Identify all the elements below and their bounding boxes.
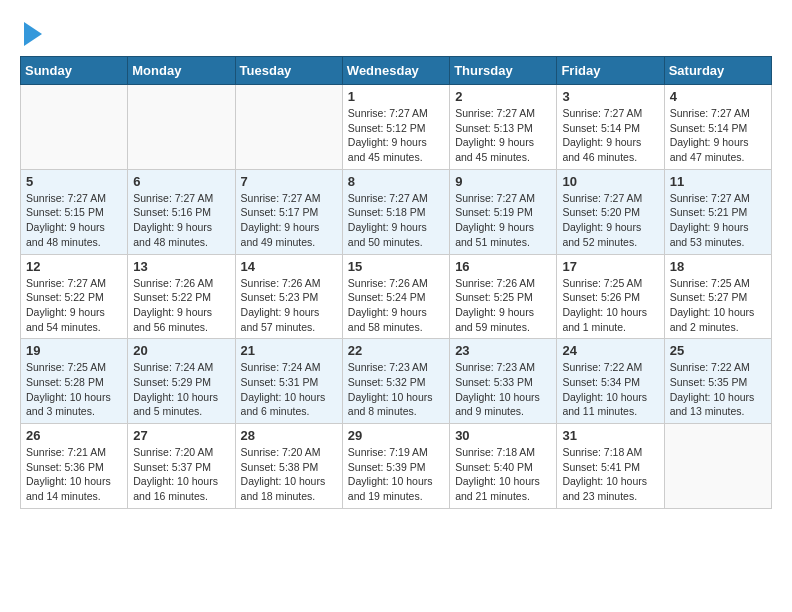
day-info: Sunrise: 7:19 AM Sunset: 5:39 PM Dayligh… bbox=[348, 445, 444, 504]
weekday-header-row: SundayMondayTuesdayWednesdayThursdayFrid… bbox=[21, 57, 772, 85]
day-number: 23 bbox=[455, 343, 551, 358]
calendar-cell: 30Sunrise: 7:18 AM Sunset: 5:40 PM Dayli… bbox=[450, 424, 557, 509]
day-info: Sunrise: 7:27 AM Sunset: 5:16 PM Dayligh… bbox=[133, 191, 229, 250]
week-row-2: 5Sunrise: 7:27 AM Sunset: 5:15 PM Daylig… bbox=[21, 169, 772, 254]
day-info: Sunrise: 7:22 AM Sunset: 5:34 PM Dayligh… bbox=[562, 360, 658, 419]
day-info: Sunrise: 7:27 AM Sunset: 5:12 PM Dayligh… bbox=[348, 106, 444, 165]
week-row-3: 12Sunrise: 7:27 AM Sunset: 5:22 PM Dayli… bbox=[21, 254, 772, 339]
calendar-cell: 24Sunrise: 7:22 AM Sunset: 5:34 PM Dayli… bbox=[557, 339, 664, 424]
day-number: 27 bbox=[133, 428, 229, 443]
day-info: Sunrise: 7:22 AM Sunset: 5:35 PM Dayligh… bbox=[670, 360, 766, 419]
day-number: 6 bbox=[133, 174, 229, 189]
calendar-cell: 19Sunrise: 7:25 AM Sunset: 5:28 PM Dayli… bbox=[21, 339, 128, 424]
day-info: Sunrise: 7:20 AM Sunset: 5:37 PM Dayligh… bbox=[133, 445, 229, 504]
day-info: Sunrise: 7:27 AM Sunset: 5:17 PM Dayligh… bbox=[241, 191, 337, 250]
day-info: Sunrise: 7:26 AM Sunset: 5:24 PM Dayligh… bbox=[348, 276, 444, 335]
calendar-cell: 12Sunrise: 7:27 AM Sunset: 5:22 PM Dayli… bbox=[21, 254, 128, 339]
day-info: Sunrise: 7:25 AM Sunset: 5:28 PM Dayligh… bbox=[26, 360, 122, 419]
calendar-cell: 23Sunrise: 7:23 AM Sunset: 5:33 PM Dayli… bbox=[450, 339, 557, 424]
day-number: 17 bbox=[562, 259, 658, 274]
day-number: 18 bbox=[670, 259, 766, 274]
day-number: 30 bbox=[455, 428, 551, 443]
calendar-cell: 11Sunrise: 7:27 AM Sunset: 5:21 PM Dayli… bbox=[664, 169, 771, 254]
week-row-1: 1Sunrise: 7:27 AM Sunset: 5:12 PM Daylig… bbox=[21, 85, 772, 170]
day-number: 14 bbox=[241, 259, 337, 274]
calendar-cell: 13Sunrise: 7:26 AM Sunset: 5:22 PM Dayli… bbox=[128, 254, 235, 339]
day-info: Sunrise: 7:18 AM Sunset: 5:40 PM Dayligh… bbox=[455, 445, 551, 504]
day-number: 31 bbox=[562, 428, 658, 443]
calendar-cell: 7Sunrise: 7:27 AM Sunset: 5:17 PM Daylig… bbox=[235, 169, 342, 254]
calendar-cell: 2Sunrise: 7:27 AM Sunset: 5:13 PM Daylig… bbox=[450, 85, 557, 170]
calendar-cell: 17Sunrise: 7:25 AM Sunset: 5:26 PM Dayli… bbox=[557, 254, 664, 339]
day-number: 1 bbox=[348, 89, 444, 104]
calendar-cell: 10Sunrise: 7:27 AM Sunset: 5:20 PM Dayli… bbox=[557, 169, 664, 254]
day-info: Sunrise: 7:27 AM Sunset: 5:15 PM Dayligh… bbox=[26, 191, 122, 250]
weekday-header-wednesday: Wednesday bbox=[342, 57, 449, 85]
calendar-cell: 14Sunrise: 7:26 AM Sunset: 5:23 PM Dayli… bbox=[235, 254, 342, 339]
day-info: Sunrise: 7:27 AM Sunset: 5:13 PM Dayligh… bbox=[455, 106, 551, 165]
day-info: Sunrise: 7:20 AM Sunset: 5:38 PM Dayligh… bbox=[241, 445, 337, 504]
weekday-header-saturday: Saturday bbox=[664, 57, 771, 85]
day-number: 7 bbox=[241, 174, 337, 189]
logo bbox=[20, 20, 42, 46]
day-number: 15 bbox=[348, 259, 444, 274]
day-info: Sunrise: 7:27 AM Sunset: 5:14 PM Dayligh… bbox=[562, 106, 658, 165]
day-info: Sunrise: 7:27 AM Sunset: 5:19 PM Dayligh… bbox=[455, 191, 551, 250]
day-info: Sunrise: 7:23 AM Sunset: 5:32 PM Dayligh… bbox=[348, 360, 444, 419]
logo-arrow-icon bbox=[24, 22, 42, 46]
day-number: 24 bbox=[562, 343, 658, 358]
day-info: Sunrise: 7:27 AM Sunset: 5:21 PM Dayligh… bbox=[670, 191, 766, 250]
calendar-cell: 18Sunrise: 7:25 AM Sunset: 5:27 PM Dayli… bbox=[664, 254, 771, 339]
calendar-cell: 15Sunrise: 7:26 AM Sunset: 5:24 PM Dayli… bbox=[342, 254, 449, 339]
calendar-cell: 4Sunrise: 7:27 AM Sunset: 5:14 PM Daylig… bbox=[664, 85, 771, 170]
day-number: 10 bbox=[562, 174, 658, 189]
day-number: 13 bbox=[133, 259, 229, 274]
day-info: Sunrise: 7:26 AM Sunset: 5:23 PM Dayligh… bbox=[241, 276, 337, 335]
day-number: 21 bbox=[241, 343, 337, 358]
day-info: Sunrise: 7:21 AM Sunset: 5:36 PM Dayligh… bbox=[26, 445, 122, 504]
day-number: 20 bbox=[133, 343, 229, 358]
calendar-cell: 16Sunrise: 7:26 AM Sunset: 5:25 PM Dayli… bbox=[450, 254, 557, 339]
day-number: 29 bbox=[348, 428, 444, 443]
calendar-cell: 26Sunrise: 7:21 AM Sunset: 5:36 PM Dayli… bbox=[21, 424, 128, 509]
day-info: Sunrise: 7:25 AM Sunset: 5:26 PM Dayligh… bbox=[562, 276, 658, 335]
calendar-cell bbox=[128, 85, 235, 170]
day-info: Sunrise: 7:27 AM Sunset: 5:14 PM Dayligh… bbox=[670, 106, 766, 165]
day-info: Sunrise: 7:25 AM Sunset: 5:27 PM Dayligh… bbox=[670, 276, 766, 335]
calendar-cell: 8Sunrise: 7:27 AM Sunset: 5:18 PM Daylig… bbox=[342, 169, 449, 254]
day-number: 12 bbox=[26, 259, 122, 274]
calendar-cell bbox=[235, 85, 342, 170]
calendar-cell: 28Sunrise: 7:20 AM Sunset: 5:38 PM Dayli… bbox=[235, 424, 342, 509]
calendar-cell bbox=[664, 424, 771, 509]
calendar-cell: 6Sunrise: 7:27 AM Sunset: 5:16 PM Daylig… bbox=[128, 169, 235, 254]
page-header bbox=[20, 20, 772, 46]
day-number: 4 bbox=[670, 89, 766, 104]
day-number: 22 bbox=[348, 343, 444, 358]
calendar-cell: 1Sunrise: 7:27 AM Sunset: 5:12 PM Daylig… bbox=[342, 85, 449, 170]
calendar-cell: 5Sunrise: 7:27 AM Sunset: 5:15 PM Daylig… bbox=[21, 169, 128, 254]
day-number: 2 bbox=[455, 89, 551, 104]
day-number: 8 bbox=[348, 174, 444, 189]
calendar-cell bbox=[21, 85, 128, 170]
weekday-header-friday: Friday bbox=[557, 57, 664, 85]
weekday-header-thursday: Thursday bbox=[450, 57, 557, 85]
week-row-4: 19Sunrise: 7:25 AM Sunset: 5:28 PM Dayli… bbox=[21, 339, 772, 424]
weekday-header-monday: Monday bbox=[128, 57, 235, 85]
calendar-cell: 27Sunrise: 7:20 AM Sunset: 5:37 PM Dayli… bbox=[128, 424, 235, 509]
calendar-cell: 21Sunrise: 7:24 AM Sunset: 5:31 PM Dayli… bbox=[235, 339, 342, 424]
calendar-cell: 22Sunrise: 7:23 AM Sunset: 5:32 PM Dayli… bbox=[342, 339, 449, 424]
calendar-cell: 29Sunrise: 7:19 AM Sunset: 5:39 PM Dayli… bbox=[342, 424, 449, 509]
weekday-header-tuesday: Tuesday bbox=[235, 57, 342, 85]
day-info: Sunrise: 7:27 AM Sunset: 5:18 PM Dayligh… bbox=[348, 191, 444, 250]
day-number: 28 bbox=[241, 428, 337, 443]
calendar-cell: 31Sunrise: 7:18 AM Sunset: 5:41 PM Dayli… bbox=[557, 424, 664, 509]
day-number: 5 bbox=[26, 174, 122, 189]
week-row-5: 26Sunrise: 7:21 AM Sunset: 5:36 PM Dayli… bbox=[21, 424, 772, 509]
calendar-cell: 25Sunrise: 7:22 AM Sunset: 5:35 PM Dayli… bbox=[664, 339, 771, 424]
day-info: Sunrise: 7:23 AM Sunset: 5:33 PM Dayligh… bbox=[455, 360, 551, 419]
day-number: 11 bbox=[670, 174, 766, 189]
calendar-cell: 20Sunrise: 7:24 AM Sunset: 5:29 PM Dayli… bbox=[128, 339, 235, 424]
day-number: 9 bbox=[455, 174, 551, 189]
weekday-header-sunday: Sunday bbox=[21, 57, 128, 85]
day-info: Sunrise: 7:24 AM Sunset: 5:31 PM Dayligh… bbox=[241, 360, 337, 419]
